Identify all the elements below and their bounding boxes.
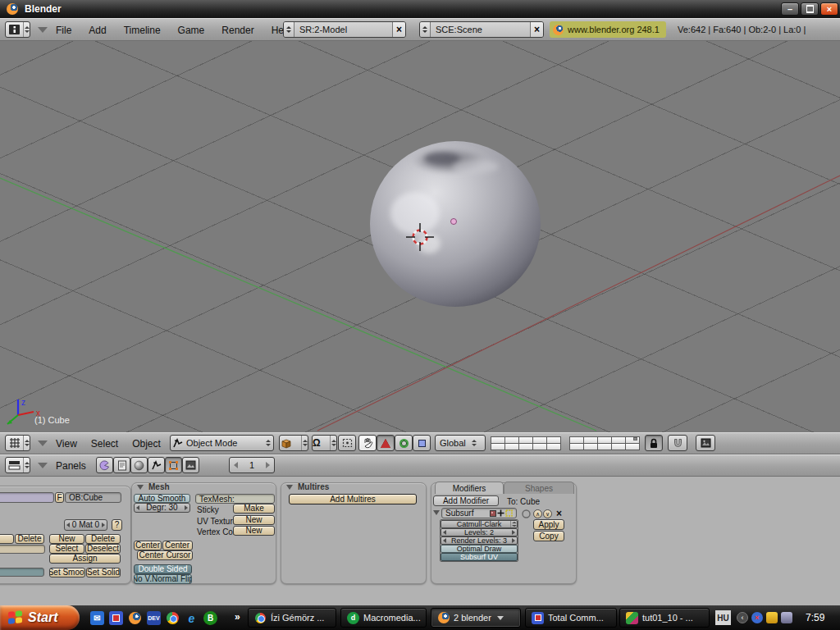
orientation-dropdown[interactable]: Global [435, 435, 486, 451]
modifier-collapse-icon[interactable] [433, 510, 440, 515]
multires-panel-title[interactable]: Multires [298, 482, 329, 491]
fake-user-button[interactable]: F [55, 492, 64, 503]
set-solid-button[interactable]: Set Solid [86, 568, 121, 578]
material-new-button[interactable]: New [49, 534, 84, 544]
subsurf-uv-toggle[interactable]: Subsurf UV [441, 553, 518, 561]
minimize-button[interactable]: – [781, 2, 799, 16]
render-preview-button[interactable] [696, 435, 715, 451]
mode-dropdown[interactable]: Object Mode [170, 435, 274, 451]
mesh-panel-title[interactable]: Mesh [148, 482, 170, 491]
menu-object[interactable]: Object [132, 438, 161, 450]
manipulator-toggle-button[interactable] [358, 435, 377, 451]
scene-name-field[interactable]: SCE:Scene [431, 22, 530, 37]
levels-stepper[interactable]: Levels: 2 [441, 528, 518, 536]
collapse-menu-icon[interactable] [38, 463, 48, 468]
sticky-make-button[interactable]: Make [233, 504, 275, 514]
texmesh-field[interactable]: TexMesh: [195, 494, 275, 504]
optimal-draw-toggle[interactable]: Optimal Draw [441, 545, 518, 553]
quicklaunch-mail-icon[interactable]: ✉ [90, 611, 104, 625]
material-assign-button[interactable]: Assign [49, 554, 121, 564]
layer-buttons-group2[interactable] [569, 436, 639, 450]
taskbar-window-blender-group[interactable]: 2 blender [431, 608, 521, 628]
auto-smooth-toggle[interactable]: Auto Smooth [134, 494, 190, 503]
modifier-oncage-icon[interactable] [522, 509, 531, 518]
subdivision-type-dropdown[interactable]: Catmull-Clark [441, 520, 518, 528]
teal-field-partial[interactable] [0, 568, 44, 577]
collapse-menu-icon[interactable] [38, 27, 48, 33]
vertex-color-new-button[interactable]: New [233, 526, 275, 536]
uv-texture-new-button[interactable]: New [233, 515, 275, 525]
taskbar-window-macromedia[interactable]: d Macromedia... [340, 608, 427, 628]
modifier-move-down-button[interactable]: ∨ [543, 509, 552, 518]
vertex-group-new-button-partial[interactable] [0, 534, 14, 544]
tray-app-icon[interactable] [781, 612, 792, 623]
material-select-button[interactable]: Select [49, 544, 84, 554]
script-context-button[interactable] [113, 457, 130, 473]
panel-collapse-icon[interactable] [286, 485, 293, 490]
material-index-stepper[interactable]: 0 Mat 0 [64, 519, 107, 531]
menu-view[interactable]: View [56, 438, 77, 450]
no-vnormal-flip-toggle[interactable]: No V.Normal Flip [134, 574, 192, 584]
window-type-button[interactable] [5, 21, 30, 38]
tray-user-offline-icon[interactable]: × [751, 612, 763, 623]
screen-name-field[interactable]: SR:2-Model [294, 22, 392, 37]
draw-type-dropdown[interactable] [279, 435, 308, 451]
center-new-button[interactable]: Center Ne [162, 541, 193, 550]
menu-timeline[interactable]: Timeline [124, 25, 161, 36]
menu-add[interactable]: Add [89, 25, 106, 36]
taskbar-window-tut01[interactable]: tut01_10 - ... [619, 608, 710, 628]
render-levels-stepper[interactable]: Render Levels: 3 [441, 536, 518, 545]
quicklaunch-overflow-chevron[interactable]: » [235, 611, 240, 623]
modifier-name-field[interactable]: Subsurf [441, 508, 517, 518]
lock-layers-button[interactable] [645, 435, 663, 451]
center-cursor-button[interactable]: Center Cursor [137, 550, 193, 560]
material-delete-button[interactable]: Delete [85, 534, 121, 544]
modifier-move-up-button[interactable]: ∧ [533, 509, 542, 518]
screen-browse-button[interactable] [284, 22, 294, 37]
layer-buttons-group1[interactable] [491, 436, 560, 450]
scale-manipulator-button[interactable] [413, 435, 431, 451]
menu-render[interactable]: Render [221, 25, 253, 36]
translate-manipulator-button[interactable] [377, 435, 395, 451]
start-button[interactable]: Start [0, 605, 80, 630]
shading-context-button[interactable] [130, 457, 148, 473]
taskbar-window-total-commander[interactable]: Total Comm... [525, 608, 617, 628]
double-sided-toggle[interactable]: Double Sided [134, 564, 192, 574]
menu-game[interactable]: Game [178, 25, 205, 36]
viewport-3d[interactable]: z x (1) Cube [0, 41, 840, 432]
center-button[interactable]: Center [134, 541, 162, 550]
quicklaunch-blender-icon[interactable] [128, 611, 142, 625]
move-centers-button[interactable] [338, 435, 356, 451]
restore-button[interactable] [801, 2, 819, 16]
scene-delete-button[interactable]: × [530, 22, 543, 37]
degrees-stepper[interactable]: Degr: 30 [134, 503, 190, 513]
logic-context-button[interactable] [96, 457, 113, 473]
object-context-button[interactable] [148, 457, 165, 473]
snap-button[interactable] [668, 435, 687, 451]
modifier-realtime-icon[interactable] [497, 509, 504, 517]
modifier-delete-button[interactable]: × [556, 508, 562, 519]
vertex-group-delete-button[interactable]: Delete [15, 534, 44, 544]
copy-modifier-button[interactable]: Copy [533, 531, 564, 541]
editor-type-button[interactable] [5, 435, 30, 451]
tab-modifiers[interactable]: Modifiers [435, 482, 504, 494]
editing-context-button[interactable] [165, 457, 182, 473]
quicklaunch-ie-icon[interactable]: e [185, 611, 199, 625]
tray-shield-icon[interactable] [766, 612, 778, 623]
add-multires-button[interactable]: Add Multires [289, 494, 417, 504]
editor-type-button[interactable] [5, 457, 30, 473]
quicklaunch-floppy-icon[interactable] [109, 611, 123, 625]
frame-counter[interactable]: 1 [229, 457, 275, 473]
apply-modifier-button[interactable]: Apply [533, 519, 564, 530]
taskbar-window-izi-gemorz[interactable]: Ízi Gémörz ... [248, 608, 336, 628]
menu-panels[interactable]: Panels [56, 460, 86, 472]
scene-browse-button[interactable] [420, 22, 431, 37]
quicklaunch-dev-icon[interactable]: DEV [147, 611, 161, 625]
add-modifier-button[interactable]: Add Modifier [433, 495, 499, 506]
editor-type-stepper[interactable] [23, 436, 30, 450]
menu-select[interactable]: Select [91, 438, 118, 450]
pivot-dropdown[interactable]: Ω [312, 435, 337, 451]
modifier-render-icon[interactable] [490, 510, 496, 517]
set-smooth-button[interactable]: Set Smoot [49, 568, 85, 578]
modifier-editmode-icon[interactable] [505, 509, 513, 517]
